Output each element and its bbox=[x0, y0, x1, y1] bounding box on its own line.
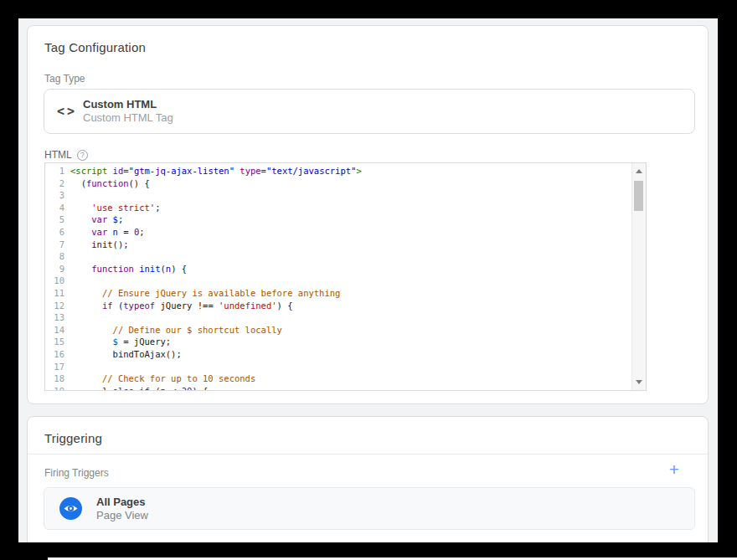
code-line-text: 'use strict'; bbox=[70, 202, 160, 214]
code-line-text: // Check for up to 10 seconds bbox=[70, 372, 255, 385]
line-number: 16 bbox=[45, 348, 70, 361]
html-field-label: HTML bbox=[44, 149, 72, 161]
line-number: 15 bbox=[45, 336, 70, 348]
code-line-text: <script id="gtm-jq-ajax-listen" type="te… bbox=[70, 165, 362, 177]
code-line-text: // Define our $ shortcut locally bbox=[70, 324, 282, 337]
line-number: 3 bbox=[45, 189, 70, 202]
triggering-title: Triggering bbox=[44, 431, 102, 445]
firing-triggers-label: Firing Triggers bbox=[44, 467, 109, 479]
line-number: 14 bbox=[45, 324, 70, 337]
tag-type-name: Custom HTML bbox=[83, 98, 173, 111]
trigger-type: Page View bbox=[96, 509, 148, 522]
code-line-text: if (typeof jQuery !== 'undefined') { bbox=[70, 300, 293, 312]
code-line[interactable]: 12 if (typeof jQuery !== 'undefined') { bbox=[45, 300, 631, 312]
html-code-editor[interactable]: 1<script id="gtm-jq-ajax-listen" type="t… bbox=[44, 162, 647, 391]
line-number: 4 bbox=[45, 202, 70, 214]
trigger-text: All Pages Page View bbox=[96, 496, 148, 522]
line-number: 2 bbox=[45, 177, 70, 190]
line-number: 9 bbox=[45, 263, 70, 275]
code-line-text: bindToAjax(); bbox=[70, 348, 182, 361]
code-line-text: } else if (n < 20) { bbox=[70, 385, 208, 390]
triggering-divider bbox=[28, 454, 708, 455]
code-line[interactable]: 14 // Define our $ shortcut locally bbox=[45, 324, 631, 337]
scrollbar-up-icon[interactable] bbox=[636, 169, 642, 173]
tag-configuration-title: Tag Configuration bbox=[44, 40, 146, 54]
code-line[interactable]: 1<script id="gtm-jq-ajax-listen" type="t… bbox=[45, 165, 631, 177]
code-line-text: function init(n) { bbox=[70, 263, 187, 275]
line-number: 12 bbox=[45, 300, 70, 312]
code-line[interactable]: 11 // Ensure jQuery is available before … bbox=[45, 287, 631, 300]
line-number: 19 bbox=[45, 385, 70, 390]
code-line[interactable]: 15 $ = jQuery; bbox=[45, 336, 631, 348]
code-line[interactable]: 6 var n = 0; bbox=[45, 226, 631, 239]
eye-icon bbox=[59, 497, 82, 520]
trigger-row-all-pages[interactable]: All Pages Page View bbox=[44, 487, 695, 530]
code-line-text: var $; bbox=[70, 213, 123, 226]
code-line-text: var n = 0; bbox=[70, 226, 145, 239]
tag-type-label: Tag Type bbox=[44, 73, 85, 85]
line-number: 1 bbox=[45, 165, 70, 177]
line-number: 8 bbox=[45, 250, 70, 263]
tag-configuration-card: Tag Configuration Tag Type <> Custom HTM… bbox=[27, 25, 709, 404]
line-number: 11 bbox=[45, 287, 70, 300]
code-line[interactable]: 9 function init(n) { bbox=[45, 263, 631, 275]
tag-type-selector[interactable]: <> Custom HTML Custom HTML Tag bbox=[44, 89, 695, 134]
add-trigger-icon[interactable]: + bbox=[669, 460, 679, 478]
code-line[interactable]: 17 bbox=[45, 361, 631, 373]
line-number: 10 bbox=[45, 275, 70, 287]
code-line[interactable]: 18 // Check for up to 10 seconds bbox=[45, 372, 631, 385]
code-brackets-icon: <> bbox=[44, 104, 83, 119]
tag-type-description: Custom HTML Tag bbox=[83, 111, 173, 125]
code-line-text: (function() { bbox=[70, 177, 150, 190]
tag-type-text: Custom HTML Custom HTML Tag bbox=[83, 98, 173, 125]
code-line[interactable]: 16 bindToAjax(); bbox=[45, 348, 631, 361]
line-number: 18 bbox=[45, 372, 70, 385]
workspace-background: Tag Configuration Tag Type <> Custom HTM… bbox=[18, 18, 718, 542]
code-line-text: $ = jQuery; bbox=[70, 336, 171, 348]
scrollbar-thumb[interactable] bbox=[634, 181, 643, 211]
code-line-text: // Ensure jQuery is available before any… bbox=[70, 287, 340, 300]
code-area[interactable]: 1<script id="gtm-jq-ajax-listen" type="t… bbox=[45, 163, 631, 390]
line-number: 5 bbox=[45, 213, 70, 226]
line-number: 17 bbox=[45, 361, 70, 373]
code-line[interactable]: 19 } else if (n < 20) { bbox=[45, 385, 631, 390]
code-line-text: init(); bbox=[70, 239, 129, 251]
html-field-label-row: HTML ? bbox=[44, 149, 88, 161]
line-number: 7 bbox=[45, 239, 70, 251]
scrollbar-down-icon[interactable] bbox=[636, 380, 642, 384]
line-number: 6 bbox=[45, 226, 70, 239]
code-line[interactable]: 3 bbox=[45, 189, 631, 202]
triggering-card: Triggering Firing Triggers + All Pages P… bbox=[27, 416, 709, 542]
help-icon[interactable]: ? bbox=[77, 150, 88, 161]
code-line[interactable]: 13 bbox=[45, 311, 631, 324]
trigger-name: All Pages bbox=[96, 496, 148, 509]
code-line[interactable]: 5 var $; bbox=[45, 213, 631, 226]
code-line[interactable]: 8 bbox=[45, 250, 631, 263]
code-line[interactable]: 2 (function() { bbox=[45, 177, 631, 190]
code-line[interactable]: 4 'use strict'; bbox=[45, 202, 631, 214]
editor-scrollbar[interactable] bbox=[631, 163, 646, 390]
line-number: 13 bbox=[45, 311, 70, 324]
code-line[interactable]: 10 bbox=[45, 275, 631, 287]
code-line[interactable]: 7 init(); bbox=[45, 239, 631, 251]
